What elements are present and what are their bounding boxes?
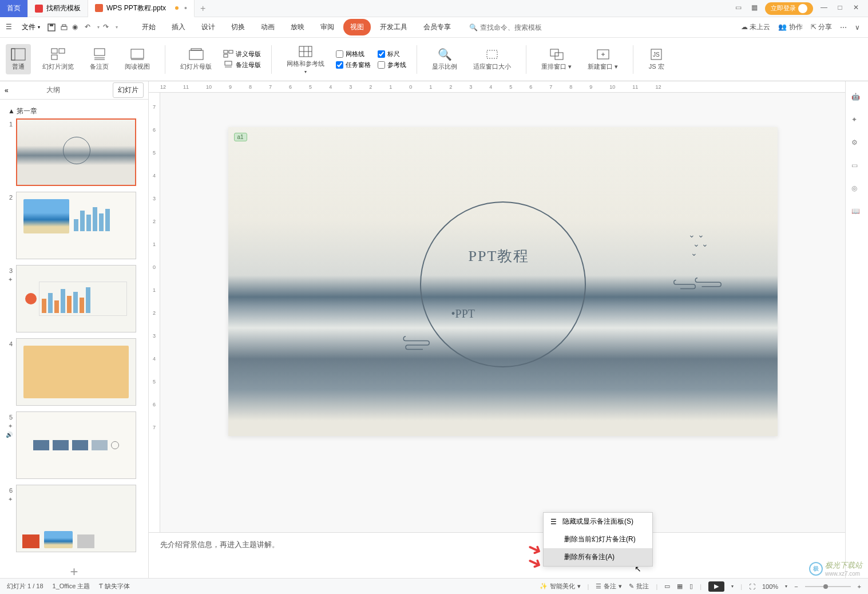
beautify-button[interactable]: ✨ 智能美化 ▾ bbox=[540, 582, 581, 591]
normal-view-icon[interactable]: ▭ bbox=[664, 583, 670, 590]
menu-tab-放映[interactable]: 放映 bbox=[284, 19, 311, 35]
grid-icon[interactable]: ▦ bbox=[749, 3, 759, 14]
svg-rect-5 bbox=[11, 49, 15, 60]
taskpane-checkbox[interactable]: 任务窗格 bbox=[336, 61, 371, 69]
menu-tab-视图[interactable]: 视图 bbox=[343, 19, 371, 35]
menu-tab-开发工具[interactable]: 开发工具 bbox=[373, 19, 414, 35]
theme-name[interactable]: 1_Office 主题 bbox=[53, 582, 90, 591]
cloud-status[interactable]: ☁ 未上云 bbox=[741, 22, 770, 32]
fit-icon[interactable]: ⛶ bbox=[749, 583, 755, 590]
notes-toggle-button[interactable]: ☰ 备注 ▾ bbox=[596, 582, 622, 591]
zoom-button[interactable]: 🔍 显示比例 bbox=[427, 44, 462, 74]
file-menu[interactable]: 文件▾ bbox=[18, 20, 43, 34]
view-notes-button[interactable]: 备注页 bbox=[85, 44, 113, 74]
style-icon[interactable]: ✦ bbox=[851, 116, 863, 127]
notes-area[interactable]: 先介绍背景信息，再进入主题讲解。 bbox=[149, 532, 845, 578]
menu-tab-审阅[interactable]: 审阅 bbox=[314, 19, 341, 35]
comments-toggle-button[interactable]: ✎ 批注 bbox=[629, 582, 649, 591]
slide-thumbnail-4[interactable]: 4 bbox=[5, 338, 144, 406]
print-icon[interactable] bbox=[60, 23, 69, 32]
ai-icon[interactable]: 🤖 bbox=[851, 93, 863, 104]
toggle-notes-panel-item[interactable]: ☰ 隐藏或显示备注面板(S) bbox=[544, 513, 652, 530]
slide-thumbnail-1[interactable]: 1 bbox=[5, 118, 144, 186]
tab-template[interactable]: 找稻壳模板 bbox=[28, 0, 88, 17]
svg-rect-1 bbox=[50, 24, 53, 26]
template-icon[interactable]: ▭ bbox=[851, 161, 863, 173]
zoom-slider[interactable] bbox=[805, 586, 851, 587]
slide-counter[interactable]: 幻灯片 1 / 18 bbox=[7, 582, 43, 591]
zoom-in-button[interactable]: + bbox=[858, 583, 861, 590]
cloud-decoration bbox=[400, 333, 446, 350]
tab-file[interactable]: WPS PPT教程.pptx • bbox=[88, 0, 195, 17]
save-icon[interactable] bbox=[47, 23, 56, 32]
menu-tab-动画[interactable]: 动画 bbox=[254, 19, 282, 35]
comment-badge[interactable]: a1 bbox=[234, 133, 247, 141]
statusbar: 幻灯片 1 / 18 1_Office 主题 Ƭ 缺失字体 ✨ 智能美化 ▾ |… bbox=[0, 578, 868, 594]
guides-checkbox[interactable]: 参考线 bbox=[378, 61, 406, 69]
notes-master-button[interactable]: 备注母版 bbox=[223, 61, 261, 69]
watermark-logo-icon: 极 bbox=[809, 562, 823, 576]
fit-window-button[interactable]: 适应窗口大小 bbox=[469, 44, 516, 74]
tab-home[interactable]: 首页 bbox=[0, 0, 28, 17]
sorter-view-icon[interactable]: ▦ bbox=[677, 583, 683, 590]
slides-tab[interactable]: 幻灯片 bbox=[113, 82, 144, 98]
animation-icon: ✦ bbox=[8, 276, 13, 283]
js-macro-button[interactable]: JS JS 宏 bbox=[644, 44, 669, 74]
svg-rect-25 bbox=[487, 50, 497, 58]
search-area[interactable]: 🔍 bbox=[469, 23, 549, 31]
gridline-checkbox[interactable]: 网格线 bbox=[336, 50, 371, 58]
undo-icon[interactable]: ↶ bbox=[85, 23, 94, 32]
minimize-button[interactable]: — bbox=[819, 3, 829, 14]
settings-icon[interactable]: ⚙ bbox=[851, 138, 863, 150]
avatar-icon bbox=[798, 4, 807, 13]
close-window-button[interactable]: ✕ bbox=[851, 3, 861, 14]
search-input[interactable] bbox=[480, 23, 549, 31]
zoom-level[interactable]: 100% bbox=[762, 583, 778, 590]
share-button[interactable]: ⇱ 分享 bbox=[811, 22, 832, 32]
slide-thumbnail-6[interactable]: 6✦ bbox=[5, 485, 144, 552]
redo-icon[interactable]: ↷ bbox=[103, 23, 112, 32]
more-icon[interactable]: ⋯ bbox=[840, 23, 847, 31]
slide-thumbnail-5[interactable]: 5✦🔊 bbox=[5, 411, 144, 479]
slide-thumbnail-2[interactable]: 2 bbox=[5, 192, 144, 259]
resource-icon[interactable]: ◎ bbox=[851, 184, 863, 196]
slide-stage[interactable]: a1 PPT教程 •PPT ⌄ ⌄ ⌄ ⌄ ⌄ bbox=[228, 127, 778, 436]
login-button[interactable]: 立即登录 bbox=[765, 2, 813, 15]
zoom-out-button[interactable]: − bbox=[794, 583, 798, 590]
outline-tab[interactable]: 大纲 bbox=[42, 83, 65, 97]
close-icon[interactable]: • bbox=[184, 3, 187, 13]
menu-tab-会员专享[interactable]: 会员专享 bbox=[417, 19, 458, 35]
svg-rect-15 bbox=[191, 49, 201, 50]
missing-font-button[interactable]: Ƭ 缺失字体 bbox=[99, 582, 130, 591]
slide-master-button[interactable]: 幻灯片母版 bbox=[176, 44, 216, 74]
new-window-button[interactable]: 新建窗口 ▾ bbox=[583, 44, 623, 74]
collapse-panel-icon[interactable]: « bbox=[5, 86, 9, 94]
maximize-button[interactable]: □ bbox=[835, 3, 845, 14]
add-tab-button[interactable]: + bbox=[195, 3, 211, 14]
slide-thumbnail-3[interactable]: 3✦ bbox=[5, 265, 144, 332]
add-slide-button[interactable]: + bbox=[5, 558, 144, 578]
view-normal-button[interactable]: 普通 bbox=[6, 44, 31, 74]
view-reading-button[interactable]: 阅读视图 bbox=[120, 44, 154, 74]
layout-icon[interactable]: ▭ bbox=[733, 3, 743, 14]
slideshow-button[interactable]: ▶ bbox=[708, 581, 724, 592]
menu-icon[interactable]: ☰ bbox=[6, 23, 15, 32]
menu-tab-切换[interactable]: 切换 bbox=[224, 19, 252, 35]
chapter-heading[interactable]: ▲ 第一章 bbox=[5, 104, 144, 118]
handout-master-button[interactable]: 讲义母版 bbox=[223, 50, 261, 58]
menu-tab-开始[interactable]: 开始 bbox=[135, 19, 162, 35]
ruler-checkbox[interactable]: 标尺 bbox=[378, 50, 406, 58]
preview-icon[interactable]: ◉ bbox=[72, 23, 81, 32]
book-icon[interactable]: 📖 bbox=[851, 207, 863, 219]
grid-guides-button[interactable]: 网格和参考线▾ bbox=[282, 41, 329, 78]
delete-current-note-item[interactable]: 删除当前幻灯片备注(R) bbox=[544, 530, 652, 548]
menu-tab-插入[interactable]: 插入 bbox=[165, 19, 192, 35]
delete-all-notes-item[interactable]: 删除所有备注(A) bbox=[544, 548, 652, 566]
reading-view-icon[interactable]: ▯ bbox=[689, 583, 693, 590]
canvas-area: 1211109876543210123456789101112 76543210… bbox=[149, 81, 845, 578]
coop-button[interactable]: 👥 协作 bbox=[778, 22, 802, 32]
view-browse-button[interactable]: 幻灯片浏览 bbox=[38, 44, 78, 74]
expand-icon[interactable]: ∨ bbox=[855, 23, 860, 31]
menu-tab-设计[interactable]: 设计 bbox=[195, 19, 222, 35]
arrange-windows-button[interactable]: 重排窗口 ▾ bbox=[537, 44, 576, 74]
